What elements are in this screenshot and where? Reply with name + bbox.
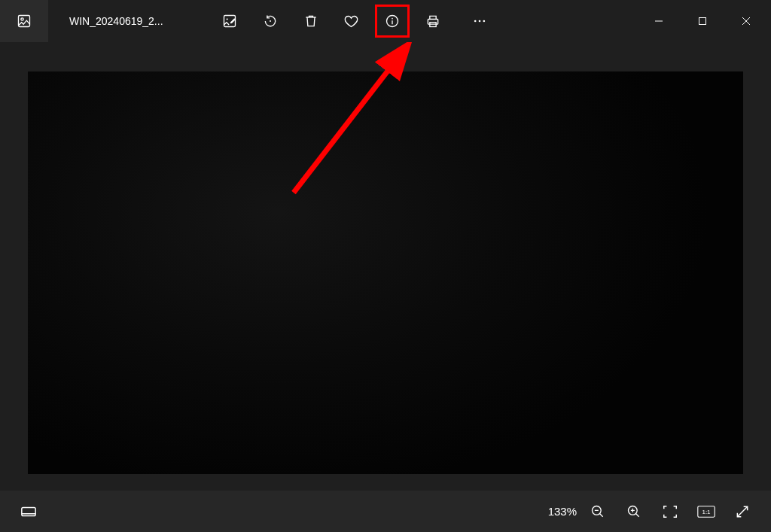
minimize-icon [654, 17, 663, 26]
toolbar [212, 5, 497, 38]
delete-button[interactable] [294, 5, 328, 38]
svg-point-9 [474, 20, 476, 23]
favorite-button[interactable] [334, 5, 369, 38]
heart-icon [343, 14, 359, 29]
svg-rect-0 [19, 16, 30, 27]
filmstrip-icon [20, 503, 37, 520]
rotate-button[interactable] [253, 5, 288, 38]
file-info-button[interactable] [375, 5, 410, 38]
edit-image-icon [222, 14, 237, 29]
photo-app-icon [17, 14, 32, 29]
edit-image-button[interactable] [212, 5, 247, 38]
minimize-button[interactable] [637, 5, 681, 38]
close-button[interactable] [724, 5, 768, 38]
svg-rect-12 [699, 18, 706, 25]
zoom-out-button[interactable] [580, 495, 616, 528]
bottombar: 133% 1:1 [0, 491, 771, 532]
more-icon [472, 14, 487, 29]
app-icon-button[interactable] [0, 0, 48, 42]
actual-size-icon: 1:1 [697, 504, 715, 519]
svg-point-11 [483, 20, 485, 23]
zoom-out-icon [590, 504, 605, 519]
zoom-in-icon [626, 504, 641, 519]
file-title: WIN_20240619_2... [69, 15, 163, 27]
maximize-icon [698, 17, 707, 26]
svg-rect-15 [22, 507, 35, 515]
svg-point-3 [226, 18, 227, 20]
svg-point-6 [392, 18, 393, 20]
image-content [28, 71, 743, 474]
fullscreen-button[interactable] [724, 495, 760, 528]
fit-screen-icon [662, 503, 678, 520]
svg-text:1:1: 1:1 [702, 509, 711, 515]
more-button[interactable] [462, 5, 497, 38]
trash-icon [303, 14, 318, 29]
zoom-in-button[interactable] [616, 495, 652, 528]
info-icon [385, 14, 400, 29]
svg-point-10 [478, 20, 480, 23]
maximize-button[interactable] [681, 5, 724, 38]
window-controls [637, 5, 771, 38]
rotate-icon [263, 14, 278, 29]
filmstrip-button[interactable] [11, 495, 47, 528]
image-viewport[interactable] [0, 42, 771, 491]
zoom-to-fit-button[interactable] [652, 495, 688, 528]
titlebar: WIN_20240619_2... [0, 0, 771, 42]
print-button[interactable] [416, 5, 450, 38]
close-icon [742, 17, 751, 26]
svg-point-1 [21, 18, 23, 20]
zoom-percentage[interactable]: 133% [548, 505, 577, 518]
fullscreen-icon [735, 504, 750, 519]
svg-point-4 [270, 20, 271, 22]
print-icon [425, 14, 440, 29]
actual-size-button[interactable]: 1:1 [688, 495, 724, 528]
